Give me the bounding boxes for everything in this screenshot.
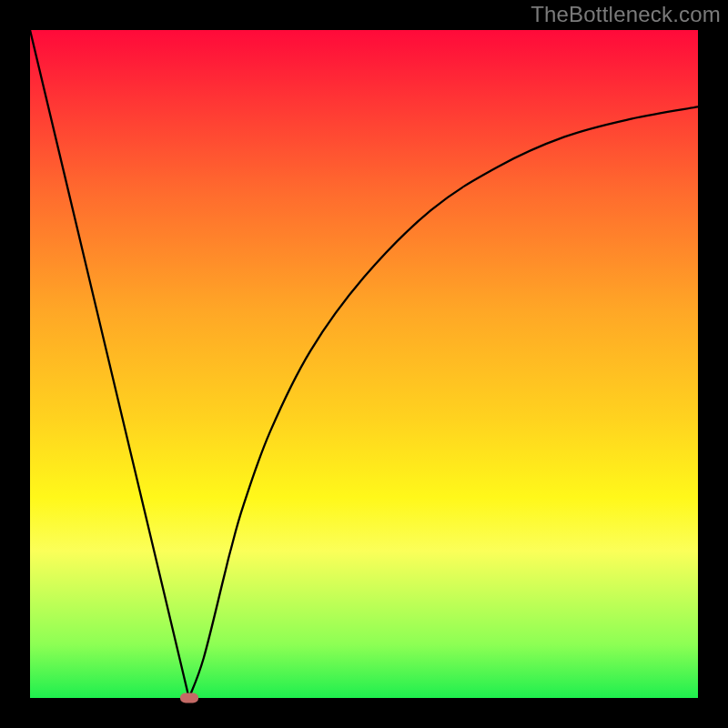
bottleneck-curve <box>30 30 698 698</box>
plot-area <box>30 30 698 698</box>
curve-svg <box>30 30 698 698</box>
chart-frame: TheBottleneck.com <box>0 0 728 728</box>
optimum-marker <box>180 693 198 703</box>
watermark-text: TheBottleneck.com <box>531 2 721 27</box>
